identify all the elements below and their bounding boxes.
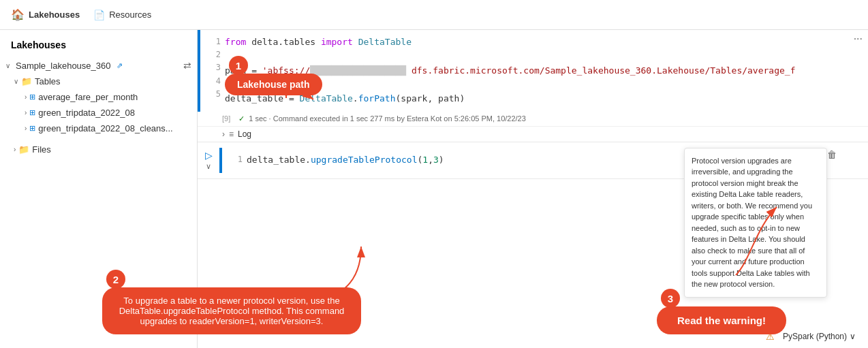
callout-2-bubble: To upgrade a table to a newer protocol v…	[102, 287, 361, 334]
callout-1-text: Lakehouse path	[237, 79, 310, 90]
log-icon: ≡	[229, 129, 234, 139]
table1-name: average_fare_per_month	[38, 92, 138, 102]
warning-text: Protocol version upgrades are irreversib…	[692, 157, 812, 289]
sidebar-table-2[interactable]: › ⊞ green_tripdata_2022_08	[0, 105, 197, 121]
callout-1-area: 1 Lakehouse path	[225, 65, 322, 95]
lang-badge[interactable]: PySpark (Python) ∨	[779, 330, 860, 343]
check-icon: ✓	[238, 114, 245, 123]
callout-badge-2: 2	[106, 270, 125, 289]
lang-label: PySpark (Python)	[783, 332, 847, 341]
sample-name-text: Sample_lakehouse_360	[16, 61, 111, 71]
sidebar-table-1[interactable]: › ⊞ average_fare_per_month	[0, 89, 197, 105]
log-label: Log	[238, 129, 251, 139]
sample-expand-icon: ∨	[5, 62, 10, 69]
tables-label: Tables	[35, 76, 61, 86]
callout-2-area: 2 To upgrade a table to a newer protocol…	[102, 279, 361, 334]
log-expand-icon: ›	[222, 129, 225, 139]
sidebar-item-sample[interactable]: ∨ Sample_lakehouse_360 ⇗ ⇄	[0, 57, 197, 74]
log-row[interactable]: › ≡ Log	[198, 127, 868, 142]
line-numbers-1: 1 2 3 4 5	[200, 30, 225, 112]
files-icon: 📁	[18, 144, 29, 155]
lang-chevron: ∨	[850, 332, 856, 341]
callout-2-text: To upgrade a table to a newer protocol v…	[119, 296, 345, 326]
table3-icon: ⊞	[29, 124, 35, 133]
table3-name: green_tripdata_2022_08_cleans...	[38, 123, 172, 133]
sidebar-title: Lakehouses	[0, 35, 197, 57]
cell1-more-icon[interactable]: ···	[854, 33, 863, 45]
warning-popup: Protocol version upgrades are irreversib…	[684, 148, 827, 298]
sidebar-tables-group[interactable]: ∨ 📁 Tables	[0, 74, 197, 89]
collapse-button[interactable]: ∨	[206, 162, 211, 171]
code-cell-2: ▷ ∨ 1 delta_table.upgradeTableProtocol(1…	[198, 142, 868, 179]
nav-resources[interactable]: 📄 Resources	[93, 10, 151, 20]
nav-lakehouses[interactable]: 🏠 Lakehouses	[11, 8, 80, 21]
lakehouse-icon: 🏠	[11, 8, 25, 21]
table1-chevron: ›	[25, 93, 27, 101]
files-label: Files	[32, 144, 50, 155]
folder-icon: 📁	[21, 76, 32, 86]
table3-chevron: ›	[25, 125, 27, 132]
table2-name: green_tripdata_2022_08	[38, 108, 135, 118]
resources-label: Resources	[109, 10, 151, 20]
table1-icon: ⊞	[29, 93, 35, 101]
run-button[interactable]: ▷	[205, 150, 213, 161]
link-icon: ⇗	[117, 61, 123, 70]
callout-3-bubble: Read the warning!	[657, 306, 786, 334]
cell-output-num: [9]	[222, 114, 230, 123]
callout-badge-3: 3	[661, 289, 680, 308]
tables-chevron: ∨	[14, 78, 18, 85]
sidebar-files-group[interactable]: › 📁 Files	[0, 142, 197, 157]
table2-chevron: ›	[25, 109, 27, 116]
callout-3-text: Read the warning!	[677, 315, 766, 326]
table2-icon: ⊞	[29, 108, 35, 117]
line-numbers-2: 1	[222, 148, 247, 173]
lakehouses-label: Lakehouses	[29, 10, 80, 20]
files-chevron: ›	[14, 146, 16, 153]
refresh-icon[interactable]: ⇄	[183, 60, 191, 71]
callout-3-area: 3 Read the warning!	[657, 298, 786, 334]
callout-badge-1: 1	[229, 56, 248, 75]
sidebar-table-3[interactable]: › ⊞ green_tripdata_2022_08_cleans...	[0, 121, 197, 136]
resource-icon: 📄	[93, 10, 105, 20]
output-line: [9] ✓ 1 sec · Command executed in 1 sec …	[198, 112, 868, 127]
callout-1-bubble: Lakehouse path	[225, 74, 322, 95]
output-status: 1 sec · Command executed in 1 sec 277 ms…	[249, 114, 526, 123]
